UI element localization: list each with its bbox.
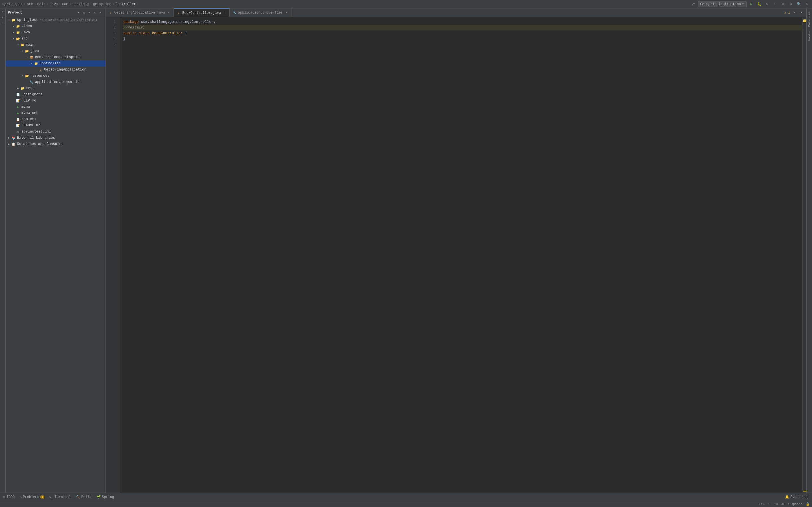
tree-item-pomxml[interactable]: ▶ 📋 pom.xml (6, 116, 106, 122)
maven-panel-label[interactable]: Maven (808, 29, 811, 43)
status-position[interactable]: 2:9 (759, 503, 764, 506)
settings-icon[interactable]: ⚙ (93, 10, 98, 15)
readmemd-name: README.md (21, 123, 41, 127)
breadcrumb-chailong[interactable]: chailong (72, 2, 89, 6)
left-strip-btn-2[interactable]: P (0, 15, 5, 20)
main-arrow: ▾ (16, 43, 20, 47)
tree-root[interactable]: ▾ 📁 springtest ~/Desktop/SpringBoot/spri… (6, 17, 106, 23)
settings-button[interactable]: ⚙ (804, 1, 810, 7)
helpmd-name: HELP.md (21, 99, 37, 103)
tree-item-appprops[interactable]: ▶ 🔧 application.properties (6, 79, 106, 85)
scratches-arrow: ▶ (7, 142, 11, 146)
collapse-all-icon[interactable]: ≡ (87, 10, 92, 15)
gitignore-name: .gitignore (21, 93, 43, 97)
bottom-tab-todo[interactable]: ☑ TODO (1, 494, 17, 501)
status-indent[interactable]: 4 spaces (788, 503, 802, 506)
appprops-icon: 🔧 (29, 80, 34, 84)
appprops-name: application.properties (35, 80, 82, 84)
tree-item-scratches[interactable]: ▶ 📋 Scratches and Consoles (6, 141, 106, 147)
breadcrumb-controller[interactable]: Controller (116, 2, 136, 6)
tree-item-mvn[interactable]: ▶ 📁 .mvn (6, 29, 106, 36)
search-everywhere-button[interactable]: 🔍 (796, 1, 802, 7)
tree-item-mvnwcmd[interactable]: ▶ ▶ mvnw.cmd (6, 110, 106, 116)
test-arrow: ▶ (16, 86, 20, 91)
layout-button[interactable]: ⊞ (788, 1, 794, 7)
profile-button[interactable]: ⚡ (772, 1, 778, 7)
tree-item-resources[interactable]: ▾ 📂 resources (6, 73, 106, 79)
run-button[interactable]: ▶ (748, 1, 754, 7)
coverage-button[interactable]: ▷ (764, 1, 770, 7)
todo-icon: ☑ (3, 495, 5, 499)
tree-item-package[interactable]: ▾ 📦 com.chailong.getspring (6, 54, 106, 60)
line-numbers: 1 2 3 4 5 (106, 17, 120, 493)
left-strip-btn-1[interactable]: 1 (0, 10, 5, 15)
gutter-warning-marker[interactable] (803, 19, 806, 22)
bottom-tab-eventlog[interactable]: 🔔 Event Log (783, 494, 811, 501)
tree-item-readmemd[interactable]: ▶ 📝 README.md (6, 122, 106, 128)
mvnwcmd-name: mvnw.cmd (21, 111, 38, 115)
editor-area: ☕ GetspringApplication.java ✕ ☕ BookCont… (106, 8, 806, 493)
problems-badge: 6 (40, 496, 44, 499)
panel-chevron[interactable]: ▾ (77, 11, 79, 14)
tab-up-icon[interactable]: ▲ (791, 10, 797, 16)
breadcrumb-com[interactable]: com (62, 2, 68, 6)
tree-item-main[interactable]: ▾ 📂 main (6, 42, 106, 48)
split-button[interactable]: ⊟ (780, 1, 786, 7)
tab-getspring-label: GetspringApplication.java (114, 11, 165, 15)
extlibs-name: External Libraries (17, 136, 55, 140)
tree-item-getspringapp[interactable]: ▶ ☕ GetspringApplication (6, 66, 106, 73)
bottom-tab-spring[interactable]: 🌱 Spring (94, 494, 116, 501)
tab-getspring[interactable]: ☕ GetspringApplication.java ✕ (106, 8, 174, 17)
bottom-tab-terminal[interactable]: >_ Terminal (47, 494, 73, 501)
main-layout: 1 P ≡ Project ▾ ◎ ≡ ⚙ ✕ ▾ 📁 springtest ~… (0, 8, 812, 493)
file-tree: ▾ 📁 springtest ~/Desktop/SpringBoot/spri… (6, 17, 106, 493)
database-panel-label[interactable]: Database (808, 10, 811, 29)
tree-item-controller[interactable]: ▾ 📁 Controller (6, 60, 106, 66)
terminal-icon: >_ (49, 495, 53, 499)
run-config-selector[interactable]: GetspringApplication ▾ (698, 1, 747, 7)
tree-item-mvnw[interactable]: ▶ ▶ mvnw (6, 104, 106, 110)
breadcrumb-main[interactable]: main (37, 2, 45, 6)
test-icon: 📁 (20, 86, 25, 91)
status-encoding[interactable]: LF (768, 503, 771, 506)
locate-icon[interactable]: ◎ (81, 10, 86, 15)
iml-icon: ⚙ (16, 129, 20, 134)
left-strip-btn-3[interactable]: ≡ (0, 21, 5, 26)
code-line-1: package com.chailong.getspring.Controlle… (123, 19, 802, 25)
tree-item-extlibs[interactable]: ▶ 📚 External Libraries (6, 135, 106, 141)
tree-item-iml[interactable]: ▶ ⚙ springtest.iml (6, 128, 106, 135)
breadcrumb-springtest[interactable]: springtest (2, 2, 22, 6)
breadcrumb-getspring[interactable]: getspring (93, 2, 111, 6)
tab-down-icon[interactable]: ▼ (799, 10, 805, 16)
test-name: test (26, 86, 35, 90)
tab-bookcontroller[interactable]: ☕ BookController.java ✕ (174, 8, 230, 17)
tree-item-idea[interactable]: ▶ 📁 .idea (6, 23, 106, 29)
code-content[interactable]: package com.chailong.getspring.Controlle… (120, 17, 802, 493)
debug-button[interactable]: 🐛 (756, 1, 762, 7)
spring-icon: 🌱 (97, 495, 101, 499)
java-name: java (31, 49, 39, 53)
vcs-icon[interactable]: ⎇ (690, 1, 696, 7)
tree-item-gitignore[interactable]: ▶ 📄 .gitignore (6, 91, 106, 98)
breadcrumb-java[interactable]: java (50, 2, 58, 6)
root-arrow: ▾ (7, 18, 11, 22)
tree-item-src[interactable]: ▾ 📂 src (6, 36, 106, 42)
panel-header: Project ▾ ◎ ≡ ⚙ ✕ (6, 8, 106, 17)
tab-appprops-close[interactable]: ✕ (284, 11, 288, 15)
left-strip: 1 P ≡ (0, 8, 6, 493)
bottom-tabs: ☑ TODO ⚠ Problems 6 >_ Terminal 🔨 Build … (0, 493, 812, 501)
tab-appprops[interactable]: 🔧 application.properties ✕ (230, 8, 291, 17)
problems-icon: ⚠ (20, 495, 22, 499)
tab-bookcontroller-close[interactable]: ✕ (223, 11, 226, 15)
status-lock[interactable]: 🔒 (806, 502, 810, 506)
tree-item-helpmd[interactable]: ▶ 📝 HELP.md (6, 98, 106, 104)
status-charset[interactable]: UTF-8 (775, 503, 784, 506)
bottom-tab-build[interactable]: 🔨 Build (74, 494, 94, 501)
problems-label: Problems (23, 495, 39, 499)
bottom-tab-problems[interactable]: ⚠ Problems 6 (17, 494, 47, 501)
breadcrumb-src[interactable]: src (27, 2, 33, 6)
tab-getspring-close[interactable]: ✕ (167, 11, 171, 15)
tree-item-java[interactable]: ▾ 📂 java (6, 48, 106, 54)
close-panel-icon[interactable]: ✕ (98, 10, 103, 15)
tree-item-test[interactable]: ▶ 📁 test (6, 85, 106, 91)
